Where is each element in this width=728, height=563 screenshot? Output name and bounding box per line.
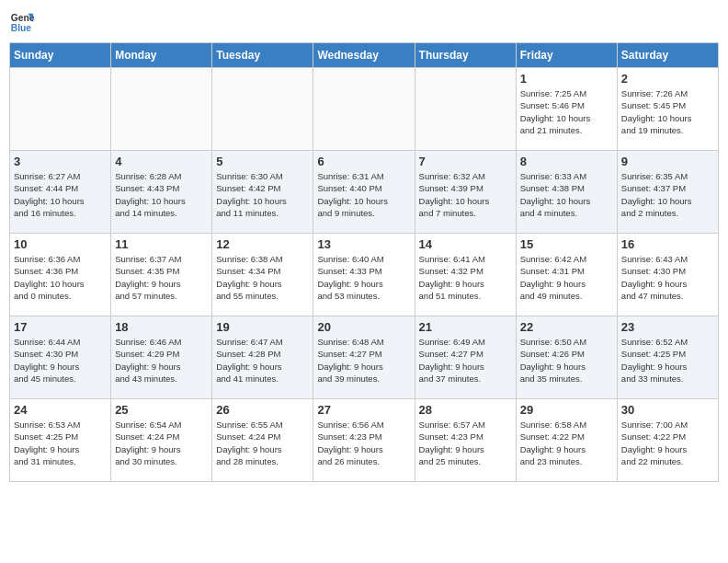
day-header-friday: Friday bbox=[516, 43, 617, 68]
calendar-cell bbox=[313, 68, 415, 151]
day-number: 17 bbox=[14, 320, 107, 334]
day-number: 14 bbox=[419, 237, 512, 251]
calendar-cell: 14Sunrise: 6:41 AM Sunset: 4:32 PM Dayli… bbox=[415, 234, 516, 316]
calendar: SundayMondayTuesdayWednesdayThursdayFrid… bbox=[9, 42, 719, 482]
day-info: Sunrise: 6:42 AM Sunset: 4:31 PM Dayligh… bbox=[520, 253, 613, 302]
calendar-cell: 6Sunrise: 6:31 AM Sunset: 4:40 PM Daylig… bbox=[313, 151, 415, 234]
calendar-cell: 15Sunrise: 6:42 AM Sunset: 4:31 PM Dayli… bbox=[516, 234, 617, 316]
calendar-cell: 16Sunrise: 6:43 AM Sunset: 4:30 PM Dayli… bbox=[617, 234, 718, 316]
calendar-cell: 2Sunrise: 7:26 AM Sunset: 5:45 PM Daylig… bbox=[617, 68, 718, 151]
day-number: 1 bbox=[520, 72, 613, 86]
day-info: Sunrise: 6:55 AM Sunset: 4:24 PM Dayligh… bbox=[216, 419, 309, 467]
day-number: 4 bbox=[115, 155, 208, 168]
day-number: 5 bbox=[216, 155, 309, 168]
calendar-cell bbox=[111, 68, 212, 151]
day-header-saturday: Saturday bbox=[617, 43, 718, 68]
day-header-monday: Monday bbox=[111, 43, 212, 68]
day-info: Sunrise: 6:28 AM Sunset: 4:43 PM Dayligh… bbox=[115, 170, 208, 219]
day-info: Sunrise: 6:43 AM Sunset: 4:30 PM Dayligh… bbox=[621, 253, 714, 302]
day-info: Sunrise: 6:35 AM Sunset: 4:37 PM Dayligh… bbox=[621, 170, 714, 219]
day-info: Sunrise: 6:54 AM Sunset: 4:24 PM Dayligh… bbox=[115, 419, 208, 467]
day-info: Sunrise: 6:57 AM Sunset: 4:23 PM Dayligh… bbox=[419, 419, 512, 467]
calendar-cell: 26Sunrise: 6:55 AM Sunset: 4:24 PM Dayli… bbox=[212, 399, 313, 482]
day-header-thursday: Thursday bbox=[415, 43, 516, 68]
calendar-cell: 5Sunrise: 6:30 AM Sunset: 4:42 PM Daylig… bbox=[212, 151, 313, 234]
day-number: 8 bbox=[520, 155, 613, 168]
day-info: Sunrise: 6:53 AM Sunset: 4:25 PM Dayligh… bbox=[14, 419, 107, 467]
day-header-sunday: Sunday bbox=[10, 43, 111, 68]
header: General Blue bbox=[9, 9, 719, 35]
calendar-cell bbox=[212, 68, 313, 151]
day-info: Sunrise: 7:00 AM Sunset: 4:22 PM Dayligh… bbox=[621, 419, 714, 467]
calendar-week-row: 1Sunrise: 7:25 AM Sunset: 5:46 PM Daylig… bbox=[10, 68, 719, 151]
day-number: 20 bbox=[317, 320, 410, 334]
calendar-cell: 21Sunrise: 6:49 AM Sunset: 4:27 PM Dayli… bbox=[415, 316, 516, 399]
calendar-cell: 18Sunrise: 6:46 AM Sunset: 4:29 PM Dayli… bbox=[111, 316, 212, 399]
calendar-cell: 24Sunrise: 6:53 AM Sunset: 4:25 PM Dayli… bbox=[10, 399, 111, 482]
day-number: 25 bbox=[115, 403, 208, 417]
calendar-cell: 10Sunrise: 6:36 AM Sunset: 4:36 PM Dayli… bbox=[10, 234, 111, 316]
day-header-wednesday: Wednesday bbox=[313, 43, 415, 68]
day-number: 7 bbox=[419, 155, 512, 168]
calendar-cell: 23Sunrise: 6:52 AM Sunset: 4:25 PM Dayli… bbox=[617, 316, 718, 399]
day-info: Sunrise: 6:36 AM Sunset: 4:36 PM Dayligh… bbox=[14, 253, 107, 302]
day-header-tuesday: Tuesday bbox=[212, 43, 313, 68]
calendar-cell: 28Sunrise: 6:57 AM Sunset: 4:23 PM Dayli… bbox=[415, 399, 516, 482]
day-number: 3 bbox=[14, 155, 107, 168]
calendar-week-row: 10Sunrise: 6:36 AM Sunset: 4:36 PM Dayli… bbox=[10, 234, 719, 316]
day-number: 6 bbox=[317, 155, 410, 168]
day-info: Sunrise: 6:27 AM Sunset: 4:44 PM Dayligh… bbox=[14, 170, 107, 219]
calendar-cell: 8Sunrise: 6:33 AM Sunset: 4:38 PM Daylig… bbox=[516, 151, 617, 234]
calendar-cell: 30Sunrise: 7:00 AM Sunset: 4:22 PM Dayli… bbox=[617, 399, 718, 482]
day-number: 16 bbox=[621, 237, 714, 251]
calendar-week-row: 24Sunrise: 6:53 AM Sunset: 4:25 PM Dayli… bbox=[10, 399, 719, 482]
calendar-cell: 7Sunrise: 6:32 AM Sunset: 4:39 PM Daylig… bbox=[415, 151, 516, 234]
calendar-cell: 25Sunrise: 6:54 AM Sunset: 4:24 PM Dayli… bbox=[111, 399, 212, 482]
calendar-cell bbox=[10, 68, 111, 151]
calendar-cell: 1Sunrise: 7:25 AM Sunset: 5:46 PM Daylig… bbox=[516, 68, 617, 151]
day-number: 28 bbox=[419, 403, 512, 417]
day-info: Sunrise: 6:30 AM Sunset: 4:42 PM Dayligh… bbox=[216, 170, 309, 219]
day-number: 26 bbox=[216, 403, 309, 417]
svg-text:Blue: Blue bbox=[11, 23, 32, 33]
calendar-week-row: 17Sunrise: 6:44 AM Sunset: 4:30 PM Dayli… bbox=[10, 316, 719, 399]
day-info: Sunrise: 6:40 AM Sunset: 4:33 PM Dayligh… bbox=[317, 253, 410, 302]
day-number: 22 bbox=[520, 320, 613, 334]
day-number: 18 bbox=[115, 320, 208, 334]
day-info: Sunrise: 6:47 AM Sunset: 4:28 PM Dayligh… bbox=[216, 336, 309, 385]
logo: General Blue bbox=[9, 9, 35, 35]
day-info: Sunrise: 6:32 AM Sunset: 4:39 PM Dayligh… bbox=[419, 170, 512, 219]
day-number: 9 bbox=[621, 155, 714, 168]
day-number: 30 bbox=[621, 403, 714, 417]
calendar-cell: 12Sunrise: 6:38 AM Sunset: 4:34 PM Dayli… bbox=[212, 234, 313, 316]
calendar-week-row: 3Sunrise: 6:27 AM Sunset: 4:44 PM Daylig… bbox=[10, 151, 719, 234]
day-number: 29 bbox=[520, 403, 613, 417]
calendar-cell bbox=[415, 68, 516, 151]
day-info: Sunrise: 7:26 AM Sunset: 5:45 PM Dayligh… bbox=[621, 87, 714, 136]
day-info: Sunrise: 6:46 AM Sunset: 4:29 PM Dayligh… bbox=[115, 336, 208, 385]
calendar-cell: 11Sunrise: 6:37 AM Sunset: 4:35 PM Dayli… bbox=[111, 234, 212, 316]
day-info: Sunrise: 6:31 AM Sunset: 4:40 PM Dayligh… bbox=[317, 170, 410, 219]
calendar-cell: 4Sunrise: 6:28 AM Sunset: 4:43 PM Daylig… bbox=[111, 151, 212, 234]
day-number: 15 bbox=[520, 237, 613, 251]
day-info: Sunrise: 6:33 AM Sunset: 4:38 PM Dayligh… bbox=[520, 170, 613, 219]
day-number: 27 bbox=[317, 403, 410, 417]
calendar-cell: 29Sunrise: 6:58 AM Sunset: 4:22 PM Dayli… bbox=[516, 399, 617, 482]
day-number: 24 bbox=[14, 403, 107, 417]
calendar-cell: 9Sunrise: 6:35 AM Sunset: 4:37 PM Daylig… bbox=[617, 151, 718, 234]
day-info: Sunrise: 7:25 AM Sunset: 5:46 PM Dayligh… bbox=[520, 87, 613, 136]
calendar-cell: 22Sunrise: 6:50 AM Sunset: 4:26 PM Dayli… bbox=[516, 316, 617, 399]
day-info: Sunrise: 6:38 AM Sunset: 4:34 PM Dayligh… bbox=[216, 253, 309, 302]
day-info: Sunrise: 6:48 AM Sunset: 4:27 PM Dayligh… bbox=[317, 336, 410, 385]
day-info: Sunrise: 6:52 AM Sunset: 4:25 PM Dayligh… bbox=[621, 336, 714, 385]
calendar-cell: 20Sunrise: 6:48 AM Sunset: 4:27 PM Dayli… bbox=[313, 316, 415, 399]
day-number: 10 bbox=[14, 237, 107, 251]
day-info: Sunrise: 6:56 AM Sunset: 4:23 PM Dayligh… bbox=[317, 419, 410, 467]
calendar-cell: 27Sunrise: 6:56 AM Sunset: 4:23 PM Dayli… bbox=[313, 399, 415, 482]
day-info: Sunrise: 6:37 AM Sunset: 4:35 PM Dayligh… bbox=[115, 253, 208, 302]
day-info: Sunrise: 6:58 AM Sunset: 4:22 PM Dayligh… bbox=[520, 419, 613, 467]
calendar-cell: 3Sunrise: 6:27 AM Sunset: 4:44 PM Daylig… bbox=[10, 151, 111, 234]
calendar-header-row: SundayMondayTuesdayWednesdayThursdayFrid… bbox=[10, 43, 719, 68]
day-number: 13 bbox=[317, 237, 410, 251]
day-number: 11 bbox=[115, 237, 208, 251]
